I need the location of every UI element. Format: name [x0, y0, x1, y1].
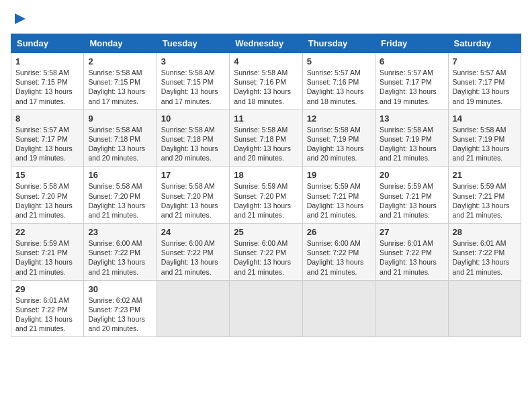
- weekday-header: Wednesday: [230, 34, 302, 53]
- day-number: 29: [15, 284, 79, 294]
- cell-info: Sunrise: 6:01 AMSunset: 7:22 PMDaylight:…: [15, 295, 79, 334]
- calendar-cell: 19Sunrise: 5:59 AMSunset: 7:21 PMDayligh…: [302, 167, 375, 224]
- cell-info: Sunrise: 5:59 AMSunset: 7:21 PMDaylight:…: [453, 181, 517, 220]
- day-number: 11: [234, 113, 298, 124]
- cell-info: Sunrise: 6:02 AMSunset: 7:23 PMDaylight:…: [88, 295, 152, 334]
- day-number: 1: [15, 56, 79, 66]
- cell-info: Sunrise: 5:58 AMSunset: 7:15 PMDaylight:…: [15, 68, 79, 106]
- calendar-cell: 28Sunrise: 6:01 AMSunset: 7:22 PMDayligh…: [448, 224, 521, 281]
- cell-info: Sunrise: 5:58 AMSunset: 7:18 PMDaylight:…: [234, 125, 298, 163]
- calendar-cell: 30Sunrise: 6:02 AMSunset: 7:23 PMDayligh…: [84, 280, 157, 337]
- day-number: 13: [380, 113, 443, 124]
- cell-info: Sunrise: 5:59 AMSunset: 7:21 PMDaylight:…: [15, 238, 79, 277]
- calendar-cell: 27Sunrise: 6:01 AMSunset: 7:22 PMDayligh…: [375, 224, 448, 281]
- calendar-cell: 11Sunrise: 5:58 AMSunset: 7:18 PMDayligh…: [230, 109, 302, 167]
- calendar-cell: [230, 280, 302, 337]
- calendar-cell: 10Sunrise: 5:58 AMSunset: 7:18 PMDayligh…: [157, 109, 229, 167]
- day-number: 26: [307, 227, 371, 237]
- day-number: 2: [88, 56, 152, 66]
- calendar-week-row: 1Sunrise: 5:58 AMSunset: 7:15 PMDaylight…: [11, 53, 521, 110]
- cell-info: Sunrise: 5:57 AMSunset: 7:17 PMDaylight:…: [453, 68, 517, 106]
- calendar-cell: 29Sunrise: 6:01 AMSunset: 7:22 PMDayligh…: [11, 280, 84, 337]
- cell-info: Sunrise: 5:58 AMSunset: 7:15 PMDaylight:…: [161, 68, 225, 106]
- calendar-week-row: 22Sunrise: 5:59 AMSunset: 7:21 PMDayligh…: [11, 224, 521, 281]
- cell-info: Sunrise: 5:58 AMSunset: 7:20 PMDaylight:…: [15, 181, 79, 220]
- calendar-header-row: SundayMondayTuesdayWednesdayThursdayFrid…: [11, 34, 521, 53]
- calendar-cell: [157, 280, 229, 337]
- calendar-cell: [302, 280, 375, 337]
- calendar-week-row: 8Sunrise: 5:57 AMSunset: 7:17 PMDaylight…: [11, 109, 521, 167]
- calendar-cell: 9Sunrise: 5:58 AMSunset: 7:18 PMDaylight…: [84, 109, 157, 167]
- day-number: 4: [234, 56, 298, 66]
- calendar-cell: 25Sunrise: 6:00 AMSunset: 7:22 PMDayligh…: [230, 224, 302, 281]
- cell-info: Sunrise: 5:58 AMSunset: 7:15 PMDaylight:…: [88, 68, 152, 106]
- calendar-cell: 20Sunrise: 5:59 AMSunset: 7:21 PMDayligh…: [375, 167, 448, 224]
- day-number: 30: [88, 284, 152, 294]
- calendar-cell: 2Sunrise: 5:58 AMSunset: 7:15 PMDaylight…: [84, 53, 157, 110]
- day-number: 7: [453, 56, 517, 66]
- day-number: 10: [161, 113, 225, 124]
- calendar-cell: 24Sunrise: 6:00 AMSunset: 7:22 PMDayligh…: [157, 224, 229, 281]
- cell-info: Sunrise: 5:58 AMSunset: 7:20 PMDaylight:…: [161, 181, 225, 220]
- calendar-cell: 26Sunrise: 6:00 AMSunset: 7:22 PMDayligh…: [302, 224, 375, 281]
- weekday-header: Thursday: [302, 34, 375, 53]
- day-number: 16: [88, 170, 152, 180]
- logo: [11, 11, 28, 27]
- calendar-week-row: 29Sunrise: 6:01 AMSunset: 7:22 PMDayligh…: [11, 280, 521, 337]
- cell-info: Sunrise: 5:58 AMSunset: 7:19 PMDaylight:…: [307, 125, 371, 163]
- day-number: 27: [380, 227, 443, 237]
- weekday-header: Sunday: [11, 34, 84, 53]
- day-number: 19: [307, 170, 371, 180]
- weekday-header: Friday: [375, 34, 448, 53]
- calendar-cell: 16Sunrise: 5:58 AMSunset: 7:20 PMDayligh…: [84, 167, 157, 224]
- day-number: 6: [380, 56, 443, 66]
- calendar-table: SundayMondayTuesdayWednesdayThursdayFrid…: [11, 34, 521, 337]
- cell-info: Sunrise: 5:59 AMSunset: 7:21 PMDaylight:…: [380, 181, 443, 220]
- weekday-header: Saturday: [448, 34, 521, 53]
- calendar-cell: 21Sunrise: 5:59 AMSunset: 7:21 PMDayligh…: [448, 167, 521, 224]
- calendar-cell: [448, 280, 521, 337]
- cell-info: Sunrise: 5:57 AMSunset: 7:16 PMDaylight:…: [307, 68, 371, 106]
- calendar-cell: 6Sunrise: 5:57 AMSunset: 7:17 PMDaylight…: [375, 53, 448, 110]
- day-number: 17: [161, 170, 225, 180]
- page-header: [11, 11, 521, 27]
- day-number: 14: [453, 113, 517, 124]
- calendar-cell: [375, 280, 448, 337]
- day-number: 5: [307, 56, 371, 66]
- cell-info: Sunrise: 5:59 AMSunset: 7:20 PMDaylight:…: [234, 181, 298, 220]
- cell-info: Sunrise: 6:00 AMSunset: 7:22 PMDaylight:…: [88, 238, 152, 277]
- cell-info: Sunrise: 6:01 AMSunset: 7:22 PMDaylight:…: [453, 238, 517, 277]
- calendar-cell: 14Sunrise: 5:58 AMSunset: 7:19 PMDayligh…: [448, 109, 521, 167]
- weekday-header: Tuesday: [157, 34, 229, 53]
- cell-info: Sunrise: 5:58 AMSunset: 7:19 PMDaylight:…: [380, 125, 443, 163]
- day-number: 28: [453, 227, 517, 237]
- calendar-cell: 5Sunrise: 5:57 AMSunset: 7:16 PMDaylight…: [302, 53, 375, 110]
- calendar-cell: 17Sunrise: 5:58 AMSunset: 7:20 PMDayligh…: [157, 167, 229, 224]
- calendar-cell: 18Sunrise: 5:59 AMSunset: 7:20 PMDayligh…: [230, 167, 302, 224]
- calendar-cell: 4Sunrise: 5:58 AMSunset: 7:16 PMDaylight…: [230, 53, 302, 110]
- cell-info: Sunrise: 5:59 AMSunset: 7:21 PMDaylight:…: [307, 181, 371, 220]
- cell-info: Sunrise: 5:57 AMSunset: 7:17 PMDaylight:…: [15, 125, 79, 163]
- svg-marker-0: [15, 13, 26, 24]
- weekday-header: Monday: [84, 34, 157, 53]
- day-number: 8: [15, 113, 79, 124]
- day-number: 3: [161, 56, 225, 66]
- calendar-cell: 1Sunrise: 5:58 AMSunset: 7:15 PMDaylight…: [11, 53, 84, 110]
- cell-info: Sunrise: 6:01 AMSunset: 7:22 PMDaylight:…: [380, 238, 443, 277]
- day-number: 23: [88, 227, 152, 237]
- day-number: 20: [380, 170, 443, 180]
- calendar-cell: 8Sunrise: 5:57 AMSunset: 7:17 PMDaylight…: [11, 109, 84, 167]
- calendar-cell: 22Sunrise: 5:59 AMSunset: 7:21 PMDayligh…: [11, 224, 84, 281]
- day-number: 21: [453, 170, 517, 180]
- calendar-cell: 12Sunrise: 5:58 AMSunset: 7:19 PMDayligh…: [302, 109, 375, 167]
- calendar-cell: 13Sunrise: 5:58 AMSunset: 7:19 PMDayligh…: [375, 109, 448, 167]
- day-number: 9: [88, 113, 152, 124]
- cell-info: Sunrise: 6:00 AMSunset: 7:22 PMDaylight:…: [307, 238, 371, 277]
- day-number: 18: [234, 170, 298, 180]
- calendar-week-row: 15Sunrise: 5:58 AMSunset: 7:20 PMDayligh…: [11, 167, 521, 224]
- calendar-cell: 23Sunrise: 6:00 AMSunset: 7:22 PMDayligh…: [84, 224, 157, 281]
- logo-icon: [12, 11, 28, 27]
- day-number: 24: [161, 227, 225, 237]
- day-number: 12: [307, 113, 371, 124]
- calendar-cell: 15Sunrise: 5:58 AMSunset: 7:20 PMDayligh…: [11, 167, 84, 224]
